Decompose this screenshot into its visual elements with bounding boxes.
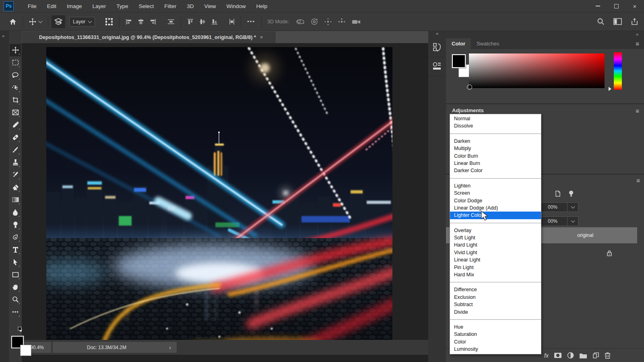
tool-history-brush[interactable] xyxy=(10,169,21,181)
history-panel-button[interactable] xyxy=(428,38,446,57)
blend-mode-option-hard-mix[interactable]: Hard Mix xyxy=(450,271,541,278)
menu-window[interactable]: Window xyxy=(221,0,251,12)
blend-mode-option-subtract[interactable]: Subtract xyxy=(450,301,541,308)
blend-mode-option-luminosity[interactable]: Luminosity xyxy=(450,346,541,353)
tool-object-selection[interactable] xyxy=(10,81,21,94)
opacity-value[interactable]: 00% xyxy=(538,202,568,212)
3d-roll-button[interactable] xyxy=(308,15,321,28)
tab-close-icon[interactable]: × xyxy=(260,34,263,40)
tool-path-selection[interactable] xyxy=(10,256,21,268)
blend-mode-option-pin-light[interactable]: Pin Light xyxy=(450,264,541,271)
align-right-edges-button[interactable] xyxy=(147,15,159,28)
blend-mode-option-hue[interactable]: Hue xyxy=(450,323,541,331)
menu-select[interactable]: Select xyxy=(134,0,159,12)
tool-eyedropper[interactable] xyxy=(10,119,21,131)
document-tab[interactable]: Depositphotos_11366331_original.jpg @ 90… xyxy=(22,31,275,43)
align-bottom-edges-button[interactable] xyxy=(208,15,221,28)
tool-dodge[interactable] xyxy=(10,218,21,231)
fill-value[interactable]: 00% xyxy=(538,216,568,226)
tool-move[interactable] xyxy=(10,44,21,56)
tool-gradient[interactable] xyxy=(10,193,21,206)
adjustments-panel-menu-icon[interactable]: ≡ xyxy=(636,107,639,114)
blend-mode-option-difference[interactable]: Difference xyxy=(450,286,541,293)
status-chevron-icon[interactable]: › xyxy=(169,344,171,351)
distribute-vertical-button[interactable] xyxy=(226,15,237,28)
tool-zoom[interactable] xyxy=(10,293,21,306)
blend-mode-option-lighten[interactable]: Lighten xyxy=(450,182,541,189)
tool-brush[interactable] xyxy=(10,144,21,156)
menu-3d[interactable]: 3D xyxy=(182,0,199,12)
fill-dropdown-button[interactable] xyxy=(568,216,578,226)
foreground-color-well[interactable] xyxy=(452,54,466,68)
share-icon[interactable] xyxy=(631,18,638,25)
lock-position-icon[interactable] xyxy=(568,190,574,197)
menu-view[interactable]: View xyxy=(199,0,221,12)
tool-clone-stamp[interactable] xyxy=(10,156,21,169)
3d-orbit-button[interactable] xyxy=(293,15,308,28)
menu-edit[interactable]: Edit xyxy=(42,0,62,12)
workspace-switcher-icon[interactable] xyxy=(613,18,622,25)
blend-mode-option-overlay[interactable]: Overlay xyxy=(450,227,541,234)
delete-layer-icon[interactable] xyxy=(605,352,611,359)
tool-spot-healing[interactable] xyxy=(10,131,21,144)
blend-mode-option-soft-light[interactable]: Soft Light xyxy=(450,234,541,241)
blend-mode-option-linear-burn[interactable]: Linear Burn xyxy=(450,160,541,167)
menu-image[interactable]: Image xyxy=(62,0,87,12)
color-panel-menu-icon[interactable]: ≡ xyxy=(636,40,639,47)
opacity-dropdown-button[interactable] xyxy=(568,202,578,212)
tool-hand[interactable] xyxy=(10,281,21,293)
blend-mode-option-dissolve[interactable]: Dissolve xyxy=(450,122,541,130)
tab-color[interactable]: Color xyxy=(446,38,471,49)
restore-button[interactable] xyxy=(607,0,625,12)
color-field[interactable] xyxy=(469,53,605,88)
3d-dolly-button[interactable] xyxy=(349,15,364,28)
blend-mode-option-lighter-color[interactable]: Lighter Color xyxy=(450,212,541,219)
blend-mode-option-linear-light[interactable]: Linear Light xyxy=(450,256,541,263)
3d-pan-button[interactable] xyxy=(321,15,335,28)
more-options-button[interactable]: ••• xyxy=(244,15,258,28)
auto-select-toggle[interactable] xyxy=(52,15,65,28)
blend-mode-option-linear-dodge-add[interactable]: Linear Dodge (Add) xyxy=(450,204,541,212)
menu-layer[interactable]: Layer xyxy=(87,0,111,12)
tool-type[interactable] xyxy=(10,243,21,256)
blend-mode-option-hard-light[interactable]: Hard Light xyxy=(450,241,541,249)
home-button[interactable] xyxy=(6,15,19,28)
blend-mode-option-saturation[interactable]: Saturation xyxy=(450,331,541,338)
lock-pixels-icon[interactable] xyxy=(555,190,561,197)
blend-mode-option-color[interactable]: Color xyxy=(450,338,541,346)
tool-rectangle-shape[interactable] xyxy=(10,268,21,281)
doc-size-field[interactable]: Doc: 13.3M/34.2M › xyxy=(53,342,177,353)
blend-mode-option-color-dodge[interactable]: Color Dodge xyxy=(450,197,541,204)
tool-frame[interactable] xyxy=(10,106,21,119)
layers-panel-menu-icon[interactable]: ≡ xyxy=(636,177,640,184)
layer-style-button[interactable]: fx xyxy=(544,352,549,359)
3d-slide-button[interactable] xyxy=(335,15,349,28)
new-layer-icon[interactable] xyxy=(592,352,599,359)
menu-filter[interactable]: Filter xyxy=(159,0,182,12)
tool-eraser[interactable] xyxy=(10,181,21,193)
tab-swatches[interactable]: Swatches xyxy=(471,38,505,49)
tool-rectangular-marquee[interactable] xyxy=(10,56,21,69)
blend-mode-option-vivid-light[interactable]: Vivid Light xyxy=(450,249,541,256)
show-transform-controls-toggle[interactable] xyxy=(102,15,116,28)
tool-crop[interactable] xyxy=(10,94,21,106)
add-layer-mask-icon[interactable] xyxy=(554,352,562,358)
search-icon[interactable] xyxy=(597,18,605,25)
dock-expand-icon[interactable]: » xyxy=(636,32,638,37)
minimize-button[interactable] xyxy=(588,0,607,12)
blend-mode-option-exclusion[interactable]: Exclusion xyxy=(450,294,541,301)
auto-select-target-dropdown[interactable]: Layer xyxy=(69,17,95,27)
blend-mode-option-multiply[interactable]: Multiply xyxy=(450,145,541,152)
color-field-marker[interactable] xyxy=(467,84,472,90)
menu-type[interactable]: Type xyxy=(111,0,133,12)
dock-collapse-icon[interactable]: « xyxy=(428,31,446,38)
blend-mode-option-screen[interactable]: Screen xyxy=(450,189,541,197)
blend-mode-option-darken[interactable]: Darken xyxy=(450,138,541,145)
tool-pen[interactable] xyxy=(10,231,21,243)
menu-file[interactable]: File xyxy=(23,0,42,12)
distribute-horizontal-button[interactable] xyxy=(165,15,178,28)
canvas-image[interactable] xyxy=(46,47,392,346)
new-adjustment-layer-icon[interactable] xyxy=(567,352,574,359)
rail-expand-icon[interactable]: » xyxy=(2,33,9,38)
move-tool-option[interactable] xyxy=(26,15,45,28)
